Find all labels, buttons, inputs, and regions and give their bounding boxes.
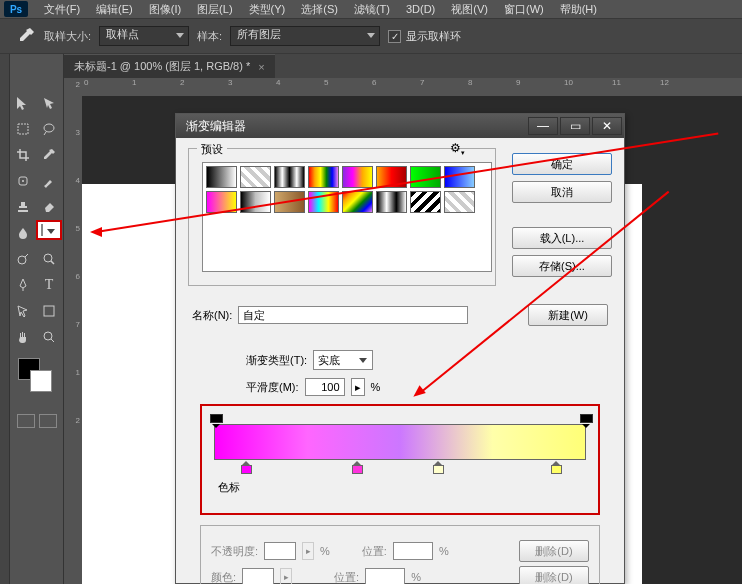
menu-bar: Ps 文件(F) 编辑(E) 图像(I) 图层(L) 类型(Y) 选择(S) 滤…: [0, 0, 742, 18]
maximize-button[interactable]: ▭: [560, 117, 590, 135]
move-tool-icon[interactable]: [10, 90, 36, 116]
menu-layer[interactable]: 图层(L): [189, 2, 240, 17]
gradient-type-select[interactable]: 实底: [313, 350, 373, 370]
menu-filter[interactable]: 滤镜(T): [346, 2, 398, 17]
smoothness-input[interactable]: [305, 378, 345, 396]
gradient-type-label: 渐变类型(T):: [246, 353, 307, 368]
gradient-preset[interactable]: [206, 166, 237, 188]
gradient-tool-icon[interactable]: [36, 220, 62, 240]
color-position-label: 位置:: [334, 570, 359, 585]
show-sampling-ring-checkbox[interactable]: ✓显示取样环: [388, 29, 461, 44]
zoom-tool-icon[interactable]: [36, 324, 62, 350]
gradient-preset[interactable]: [308, 166, 339, 188]
type-tool-icon[interactable]: T: [36, 272, 62, 298]
healing-tool-icon[interactable]: [10, 168, 36, 194]
gradient-preset[interactable]: [240, 166, 271, 188]
svg-point-3: [22, 180, 24, 182]
magnifier-icon[interactable]: [36, 246, 62, 272]
color-stop[interactable]: [351, 461, 362, 472]
gradient-preset[interactable]: [274, 166, 305, 188]
opacity-stop[interactable]: [210, 414, 221, 425]
color-swatch: [242, 568, 274, 584]
eyedropper-icon[interactable]: [36, 142, 62, 168]
color-stop[interactable]: [432, 461, 443, 472]
svg-rect-0: [18, 124, 28, 134]
gradient-preset[interactable]: [376, 191, 407, 213]
quickmask-icon[interactable]: [17, 414, 35, 428]
screenmode-icon[interactable]: [39, 414, 57, 428]
cancel-button[interactable]: 取消: [512, 181, 612, 203]
menu-edit[interactable]: 编辑(E): [88, 2, 141, 17]
gradient-preset[interactable]: [240, 191, 271, 213]
menu-select[interactable]: 选择(S): [293, 2, 346, 17]
eyedropper-tool-icon[interactable]: [16, 26, 36, 46]
hand-tool-icon[interactable]: [10, 324, 36, 350]
panel-handle[interactable]: [0, 54, 10, 584]
color-label: 颜色:: [211, 570, 236, 585]
gradient-workbench: 色标: [200, 404, 600, 515]
color-stop[interactable]: [240, 461, 251, 472]
load-button[interactable]: 载入(L)...: [512, 227, 612, 249]
horizontal-ruler: 0123456789101112: [82, 78, 742, 96]
pen-tool-icon[interactable]: [10, 272, 36, 298]
close-button[interactable]: ✕: [592, 117, 622, 135]
background-color[interactable]: [30, 370, 52, 392]
stamp-tool-icon[interactable]: [10, 194, 36, 220]
marquee-tool-icon[interactable]: [10, 116, 36, 142]
menu-file[interactable]: 文件(F): [36, 2, 88, 17]
stops-panel: 不透明度: ▸ % 位置: % 删除(D) 颜色: ▸ 位置: %: [200, 525, 600, 584]
photoshop-logo-icon: Ps: [4, 1, 28, 17]
menu-image[interactable]: 图像(I): [141, 2, 189, 17]
menu-window[interactable]: 窗口(W): [496, 2, 552, 17]
svg-point-5: [44, 254, 52, 262]
menu-view[interactable]: 视图(V): [443, 2, 496, 17]
new-button[interactable]: 新建(W): [528, 304, 608, 326]
menu-help[interactable]: 帮助(H): [552, 2, 605, 17]
gradient-bar[interactable]: [214, 424, 586, 460]
brush-tool-icon[interactable]: [36, 168, 62, 194]
sample-select[interactable]: 所有图层: [230, 26, 380, 46]
opacity-stop[interactable]: [580, 414, 591, 425]
selection-arrow-icon[interactable]: [36, 90, 62, 116]
color-stop[interactable]: [550, 461, 561, 472]
dodge-tool-icon[interactable]: [10, 246, 36, 272]
gradient-preset[interactable]: [410, 191, 441, 213]
vertical-ruler: 23456712: [64, 78, 82, 584]
path-select-icon[interactable]: [10, 298, 36, 324]
shape-tool-icon[interactable]: [36, 298, 62, 324]
opacity-input: [264, 542, 296, 560]
preset-list[interactable]: [202, 162, 492, 272]
crop-tool-icon[interactable]: [10, 142, 36, 168]
dialog-titlebar[interactable]: 渐变编辑器 — ▭ ✕: [176, 114, 624, 138]
delete-opacity-stop-button: 删除(D): [519, 540, 589, 562]
presets-menu-icon[interactable]: ⚙▾: [450, 141, 465, 157]
gradient-preset[interactable]: [342, 166, 373, 188]
menu-3d[interactable]: 3D(D): [398, 3, 443, 15]
smoothness-label: 平滑度(M):: [246, 380, 299, 395]
sample-size-select[interactable]: 取样点: [99, 26, 189, 46]
color-swatches[interactable]: [10, 350, 63, 366]
svg-point-1: [44, 124, 54, 132]
gradient-preset[interactable]: [444, 191, 475, 213]
options-bar: 取样大小: 取样点 样本: 所有图层 ✓显示取样环: [0, 18, 742, 54]
save-button[interactable]: 存储(S)...: [512, 255, 612, 277]
svg-point-4: [18, 256, 26, 264]
gradient-preset[interactable]: [342, 191, 373, 213]
gradient-name-input[interactable]: [238, 306, 468, 324]
blur-icon[interactable]: [10, 220, 36, 246]
delete-color-stop-button: 删除(D): [519, 566, 589, 584]
svg-point-7: [44, 332, 52, 340]
lasso-tool-icon[interactable]: [36, 116, 62, 142]
annotation-arrowhead-1: [90, 227, 102, 237]
eraser-tool-icon[interactable]: [36, 194, 62, 220]
document-tab[interactable]: 未标题-1 @ 100% (图层 1, RGB/8) *×: [64, 54, 275, 78]
menu-type[interactable]: 类型(Y): [241, 2, 294, 17]
opacity-position-input: [393, 542, 433, 560]
sample-size-label: 取样大小:: [44, 29, 91, 44]
svg-rect-6: [44, 306, 54, 316]
tool-panel: T: [10, 54, 64, 584]
minimize-button[interactable]: —: [528, 117, 558, 135]
name-label: 名称(N):: [192, 308, 232, 323]
close-tab-icon[interactable]: ×: [258, 61, 264, 73]
color-position-input: [365, 568, 405, 584]
